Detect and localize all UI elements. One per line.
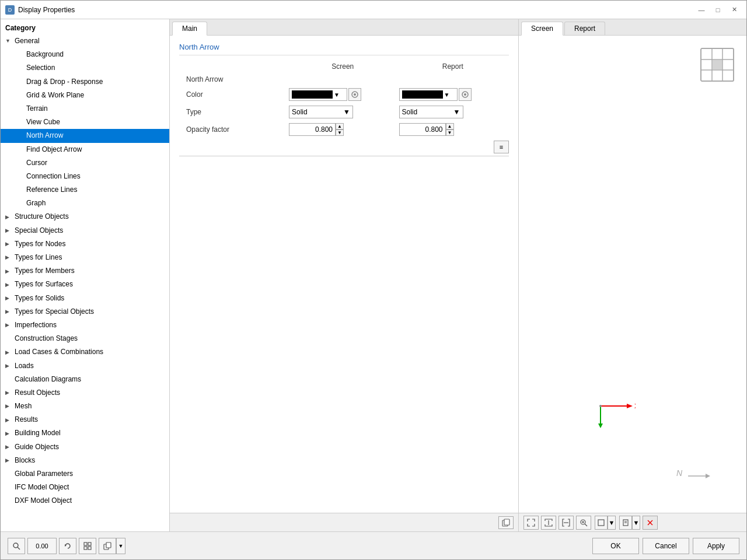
screen-opacity-value[interactable]: 0.800 bbox=[289, 123, 336, 136]
maximize-button[interactable]: □ bbox=[710, 4, 725, 16]
tree-item-imperfections[interactable]: ▶Imperfections bbox=[1, 318, 169, 332]
reset-btn[interactable] bbox=[59, 538, 76, 554]
tree-item-cursor[interactable]: Cursor bbox=[1, 156, 169, 170]
tree-item-terrain[interactable]: Terrain bbox=[1, 102, 169, 116]
svg-line-25 bbox=[585, 524, 587, 526]
search-icon bbox=[12, 542, 20, 550]
tree-item-selection[interactable]: Selection bbox=[1, 61, 169, 75]
screen-color-dropdown-arrow: ▼ bbox=[334, 92, 340, 98]
value-display-btn[interactable]: 0.00 bbox=[27, 538, 57, 554]
screen-color-box[interactable]: ▼ bbox=[289, 88, 347, 101]
report-opacity-up[interactable]: ▲ bbox=[446, 123, 454, 130]
tree-item-mesh[interactable]: ▶Mesh bbox=[1, 400, 169, 413]
copy-all-icon bbox=[103, 542, 111, 550]
svg-text:X: X bbox=[634, 402, 636, 410]
color-picker-icon bbox=[351, 90, 359, 99]
tree-item-drag_drop[interactable]: Drag & Drop - Response bbox=[1, 75, 169, 89]
report-opacity-value[interactable]: 0.800 bbox=[399, 123, 446, 136]
tree-item-types_special[interactable]: ▶Types for Special Objects bbox=[1, 305, 169, 318]
page-dropdown-btn[interactable]: ▼ bbox=[632, 516, 640, 530]
search-btn[interactable] bbox=[8, 538, 25, 554]
tree-item-north_arrow[interactable]: North Arrow bbox=[1, 129, 169, 142]
tree-item-types_solids[interactable]: ▶Types for Solids bbox=[1, 292, 169, 305]
tree-item-dxf_model[interactable]: DXF Model Object bbox=[1, 494, 169, 508]
tree-item-guide_objects[interactable]: ▶Guide Objects bbox=[1, 440, 169, 454]
tree-item-grid_work[interactable]: Grid & Work Plane bbox=[1, 89, 169, 102]
copy-button[interactable] bbox=[498, 516, 514, 529]
tree-item-view_cube[interactable]: View Cube bbox=[1, 116, 169, 129]
apply-button[interactable]: Apply bbox=[693, 538, 739, 554]
tree-item-graph[interactable]: Graph bbox=[1, 197, 169, 210]
report-type-arrow: ▼ bbox=[453, 108, 460, 116]
fit-vertical-btn[interactable] bbox=[541, 516, 556, 530]
tree-container: ▼GeneralBackgroundSelectionDrag & Drop -… bbox=[1, 34, 169, 508]
report-color-picker-icon bbox=[461, 90, 469, 99]
tree-item-types_surfaces[interactable]: ▶Types for Surfaces bbox=[1, 278, 169, 291]
tree-item-structure_objects[interactable]: ▶Structure Objects bbox=[1, 210, 169, 223]
tree-item-calculation_diagrams[interactable]: Calculation Diagrams bbox=[1, 373, 169, 386]
fit-horizontal-btn[interactable] bbox=[558, 516, 574, 530]
screen-opacity-down[interactable]: ▼ bbox=[336, 130, 344, 136]
cancel-button[interactable]: Cancel bbox=[643, 538, 689, 554]
tree-item-types_nodes[interactable]: ▶Types for Nodes bbox=[1, 237, 169, 251]
tab-screen[interactable]: Screen bbox=[521, 22, 563, 36]
ok-button[interactable]: OK bbox=[592, 538, 639, 554]
tree-item-general[interactable]: ▼General bbox=[1, 34, 169, 48]
type-row: Type Solid ▼ Solid ▼ bbox=[179, 106, 509, 118]
svg-point-1 bbox=[354, 93, 356, 96]
tree-label-types_members: Types for Members bbox=[15, 265, 75, 276]
tree-item-connection_lines[interactable]: Connection Lines bbox=[1, 170, 169, 183]
screen-opacity-up[interactable]: ▲ bbox=[336, 123, 344, 130]
copy-paste-group: ▼ bbox=[99, 538, 125, 554]
copy-all-btn[interactable] bbox=[99, 538, 116, 554]
tree-item-global_params[interactable]: Global Parameters bbox=[1, 467, 169, 481]
tree-item-special_objects[interactable]: ▶Special Objects bbox=[1, 224, 169, 237]
tree-label-blocks: Blocks bbox=[15, 455, 35, 466]
copy-dropdown-btn[interactable]: ▼ bbox=[116, 538, 125, 554]
tree-item-types_lines[interactable]: ▶Types for Lines bbox=[1, 251, 169, 264]
tab-main[interactable]: Main bbox=[172, 22, 207, 36]
tree-item-ifc_model[interactable]: IFC Model Object bbox=[1, 481, 169, 494]
report-color-select: ▼ bbox=[399, 88, 507, 101]
left-panel: Category ▼GeneralBackgroundSelectionDrag… bbox=[1, 19, 170, 531]
screen-type-select[interactable]: Solid ▼ bbox=[289, 106, 353, 118]
tree-item-building_model[interactable]: ▶Building Model bbox=[1, 426, 169, 440]
screen-color-swatch bbox=[292, 90, 333, 99]
tree-item-background[interactable]: Background bbox=[1, 48, 169, 61]
grid-toggle-btn[interactable] bbox=[79, 538, 96, 554]
page-btn[interactable] bbox=[619, 516, 632, 530]
tree-item-results[interactable]: ▶Results bbox=[1, 413, 169, 426]
tree-label-results: Results bbox=[15, 414, 38, 425]
view-dropdown-btn[interactable]: ▼ bbox=[608, 516, 616, 530]
tree-item-find_object[interactable]: Find Object Arrow bbox=[1, 143, 169, 156]
north-arrow-indicator: N bbox=[676, 464, 711, 489]
tree-label-global_params: Global Parameters bbox=[15, 468, 73, 480]
report-color-picker-btn[interactable] bbox=[459, 88, 472, 101]
tree-item-result_objects[interactable]: ▶Result Objects bbox=[1, 386, 169, 400]
report-type-select[interactable]: Solid ▼ bbox=[399, 106, 463, 118]
fit-all-btn[interactable] bbox=[523, 516, 539, 530]
zoom-btn[interactable] bbox=[576, 516, 591, 530]
tree-item-reference_lines[interactable]: Reference Lines bbox=[1, 183, 169, 197]
svg-text:Y: Y bbox=[598, 428, 603, 429]
tree-item-loads[interactable]: ▶Loads bbox=[1, 359, 169, 373]
list-options-btn[interactable]: ≡ bbox=[494, 141, 509, 153]
close-view-btn[interactable] bbox=[643, 516, 658, 530]
screen-color-picker-btn[interactable] bbox=[348, 88, 361, 101]
tree-item-load_cases[interactable]: ▶Load Cases & Combinations bbox=[1, 345, 169, 359]
view-frame-btn[interactable] bbox=[595, 516, 608, 530]
tab-report[interactable]: Report bbox=[564, 22, 605, 35]
close-button[interactable]: ✕ bbox=[727, 4, 742, 16]
axis-svg: X Y bbox=[589, 383, 636, 429]
center-content: North Arrow Screen Report North Arrow Co… bbox=[170, 36, 518, 513]
app-icon: D bbox=[5, 5, 15, 15]
tree-label-view_cube: View Cube bbox=[26, 117, 60, 128]
tree-item-blocks[interactable]: ▶Blocks bbox=[1, 454, 169, 467]
tree-item-types_members[interactable]: ▶Types for Members bbox=[1, 264, 169, 278]
tree-label-building_model: Building Model bbox=[15, 428, 61, 439]
report-opacity-down[interactable]: ▼ bbox=[446, 130, 454, 136]
minimize-button[interactable]: — bbox=[694, 4, 709, 16]
tree-item-construction_stages[interactable]: Construction Stages bbox=[1, 332, 169, 345]
report-color-box[interactable]: ▼ bbox=[399, 88, 458, 101]
right-tab-bar: Screen Report bbox=[519, 19, 746, 36]
